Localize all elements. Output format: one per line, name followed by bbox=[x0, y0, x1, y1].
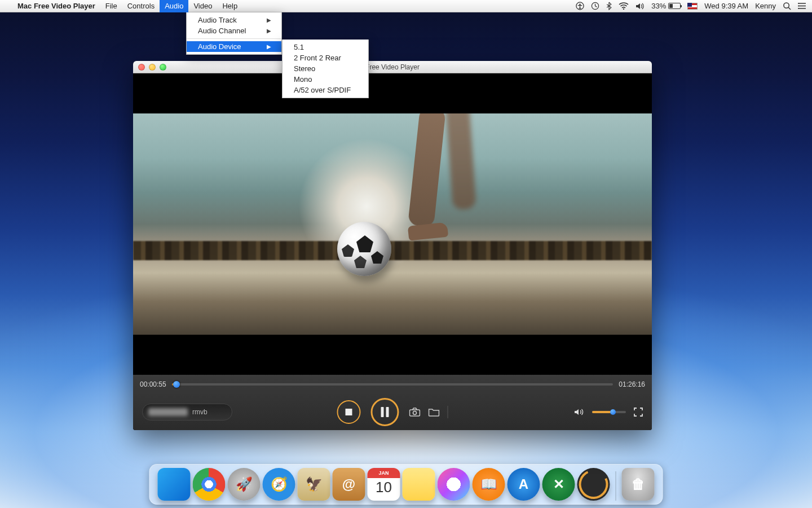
dock-contacts[interactable]: @ bbox=[333, 468, 365, 501]
separator bbox=[448, 406, 448, 418]
svg-point-1 bbox=[579, 3, 581, 5]
dock-app-orange-ring[interactable] bbox=[577, 468, 610, 501]
pause-icon bbox=[381, 407, 389, 417]
audio-device-a52spdif[interactable]: A/52 over S/PDIF bbox=[283, 85, 368, 95]
audio-device-5-1[interactable]: 5.1 bbox=[283, 42, 368, 52]
window-close-button[interactable] bbox=[138, 64, 145, 71]
dock-app-green-x[interactable]: ✕ bbox=[542, 468, 575, 501]
timemachine-icon[interactable] bbox=[591, 2, 599, 10]
menu-audio-track[interactable]: Audio Track▶ bbox=[187, 15, 281, 25]
audio-device-submenu: 5.1 2 Front 2 Rear Stereo Mono A/52 over… bbox=[282, 40, 369, 98]
seek-bar[interactable] bbox=[172, 383, 614, 386]
menu-audio-device[interactable]: Audio Device▶ bbox=[187, 41, 281, 52]
dock-launchpad[interactable]: 🚀 bbox=[228, 468, 261, 501]
seek-knob[interactable] bbox=[173, 381, 180, 388]
now-playing-filename-obscured bbox=[148, 408, 188, 416]
spotlight-icon[interactable] bbox=[783, 2, 791, 10]
svg-point-4 bbox=[784, 3, 789, 8]
player-titlebar[interactable]: Free Video Player bbox=[133, 61, 652, 73]
mute-button[interactable] bbox=[574, 408, 584, 417]
notification-center-icon[interactable] bbox=[798, 2, 806, 10]
now-playing-pill[interactable]: rmvb bbox=[142, 404, 232, 421]
wifi-icon[interactable] bbox=[619, 2, 629, 10]
now-playing-extension: rmvb bbox=[192, 408, 208, 416]
video-frame bbox=[133, 113, 652, 335]
dock: 🚀 🧭 🦅 @ JAN 10 ♫ 📖 A ✕ 🗑 bbox=[149, 464, 663, 505]
time-total: 01:26:16 bbox=[619, 380, 645, 388]
fullscreen-button[interactable] bbox=[634, 408, 643, 417]
dock-ibooks[interactable]: 📖 bbox=[473, 468, 505, 501]
stop-button[interactable] bbox=[337, 400, 361, 424]
open-file-button[interactable] bbox=[429, 408, 440, 417]
svg-point-7 bbox=[798, 8, 799, 9]
dock-finder[interactable] bbox=[158, 468, 191, 501]
volume-slider[interactable] bbox=[592, 411, 626, 413]
window-title: Free Video Player bbox=[133, 63, 652, 71]
player-controls: 00:00:55 01:26:16 rmvb bbox=[133, 375, 652, 430]
menu-app-name[interactable]: Mac Free Video Player bbox=[12, 0, 100, 12]
svg-point-6 bbox=[798, 6, 799, 7]
dock-itunes[interactable]: ♫ bbox=[438, 468, 470, 501]
svg-point-3 bbox=[623, 8, 624, 10]
battery-icon bbox=[668, 3, 681, 9]
svg-rect-8 bbox=[410, 410, 420, 416]
menu-help[interactable]: Help bbox=[217, 0, 242, 12]
audio-device-mono[interactable]: Mono bbox=[283, 74, 368, 85]
menu-audio-channel[interactable]: Audio Channel▶ bbox=[187, 25, 281, 36]
dock-separator bbox=[616, 471, 616, 501]
dock-calendar[interactable]: JAN 10 bbox=[368, 468, 400, 501]
volume-knob[interactable] bbox=[610, 409, 616, 415]
menubar-user[interactable]: Kenny bbox=[755, 2, 776, 10]
input-source-flag-icon[interactable] bbox=[687, 3, 698, 10]
audio-device-stereo[interactable]: Stereo bbox=[283, 63, 368, 74]
volume-icon[interactable] bbox=[636, 2, 645, 10]
window-zoom-button[interactable] bbox=[160, 64, 166, 71]
video-viewport[interactable] bbox=[133, 73, 652, 375]
dock-safari[interactable]: 🧭 bbox=[263, 468, 295, 501]
dock-chrome[interactable] bbox=[193, 468, 226, 501]
snapshot-button[interactable] bbox=[409, 408, 421, 417]
menubar: Mac Free Video Player File Controls Audi… bbox=[0, 0, 812, 12]
stop-icon bbox=[346, 409, 352, 415]
audio-dropdown: Audio Track▶ Audio Channel▶ Audio Device… bbox=[186, 12, 282, 55]
calendar-day-label: 10 bbox=[376, 479, 392, 496]
dock-trash[interactable]: 🗑 bbox=[622, 468, 655, 501]
audio-device-2front2rear[interactable]: 2 Front 2 Rear bbox=[283, 52, 368, 63]
pause-button[interactable] bbox=[371, 398, 399, 426]
menu-file[interactable]: File bbox=[100, 0, 122, 12]
menu-controls[interactable]: Controls bbox=[122, 0, 160, 12]
battery-percent-label: 33% bbox=[651, 2, 666, 10]
svg-point-9 bbox=[413, 411, 417, 415]
accessibility-icon[interactable] bbox=[576, 2, 584, 10]
dock-appstore[interactable]: A bbox=[508, 468, 540, 501]
battery-status[interactable]: 33% bbox=[651, 2, 681, 10]
dock-mail[interactable]: 🦅 bbox=[298, 468, 330, 501]
menubar-right: 33% Wed 9:39 AM Kenny bbox=[576, 2, 806, 10]
calendar-month-label: JAN bbox=[368, 468, 400, 478]
window-minimize-button[interactable] bbox=[149, 64, 156, 71]
player-window: Free Video Player 00:00:55 01:26:16 rmvb bbox=[133, 61, 652, 430]
time-elapsed: 00:00:55 bbox=[140, 380, 166, 388]
bluetooth-icon[interactable] bbox=[606, 2, 612, 10]
menubar-clock[interactable]: Wed 9:39 AM bbox=[704, 2, 748, 10]
svg-point-5 bbox=[798, 3, 799, 4]
menu-audio[interactable]: Audio bbox=[160, 0, 188, 12]
dock-notes[interactable] bbox=[403, 468, 435, 501]
menu-video[interactable]: Video bbox=[188, 0, 217, 12]
